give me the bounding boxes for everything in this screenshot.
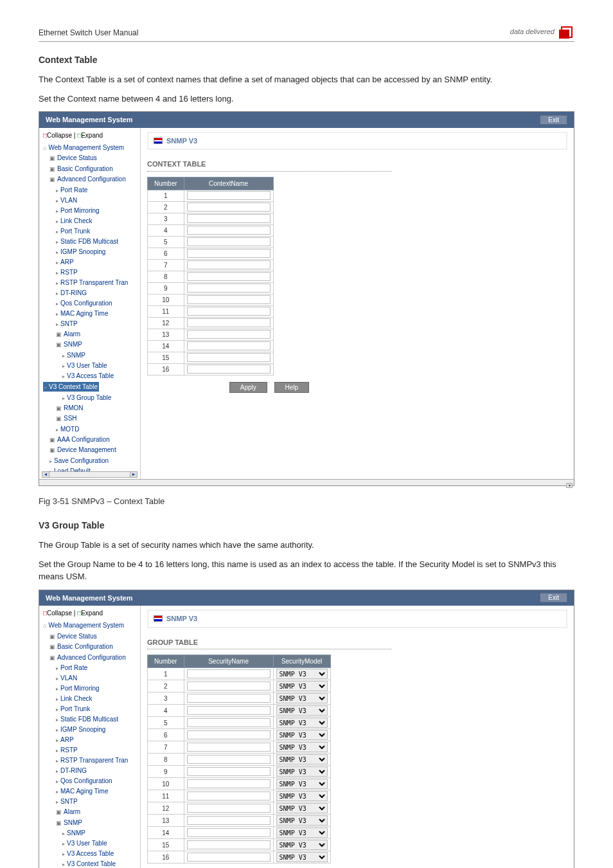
security-model-select[interactable]: SNMP V3 xyxy=(276,766,328,777)
nav-item-device-management[interactable]: Device Management xyxy=(43,445,136,455)
security-model-select[interactable]: SNMP V3 xyxy=(276,669,328,679)
nav-item-v3-user-table[interactable]: V3 User Table xyxy=(43,838,136,848)
nav-item-arp[interactable]: ARP xyxy=(43,257,136,267)
scroll-right-icon[interactable]: ► xyxy=(130,471,138,478)
security-name-input[interactable] xyxy=(187,767,271,776)
security-model-select[interactable]: SNMP V3 xyxy=(276,693,328,703)
nav-item-motd[interactable]: MOTD xyxy=(43,424,136,434)
security-name-input[interactable] xyxy=(187,853,271,862)
nav-item-alarm[interactable]: Alarm xyxy=(43,329,136,339)
security-name-input[interactable] xyxy=(187,779,271,788)
nav-item-snmp[interactable]: SNMP xyxy=(43,339,136,350)
nav-item-arp[interactable]: ARP xyxy=(43,735,136,745)
context-name-input[interactable] xyxy=(187,272,271,281)
nav-item-advanced-configuration[interactable]: Advanced Configuration xyxy=(43,653,136,663)
security-model-select[interactable]: SNMP V3 xyxy=(276,791,328,801)
security-model-select[interactable]: SNMP V3 xyxy=(276,852,328,862)
nav-item-port-mirroring[interactable]: Port Mirroring xyxy=(43,206,136,215)
nav-item-rmon[interactable]: RMON xyxy=(43,403,136,413)
context-name-input[interactable] xyxy=(187,341,271,350)
nav-item-ssh[interactable]: SSH xyxy=(43,413,136,424)
nav-item-igmp-snooping[interactable]: IGMP Snooping xyxy=(43,247,136,257)
nav-item-port-trunk[interactable]: Port Trunk xyxy=(43,704,136,714)
context-name-input[interactable] xyxy=(187,191,271,200)
context-name-input[interactable] xyxy=(187,226,271,235)
security-name-input[interactable] xyxy=(187,816,271,825)
nav-item-save-configuration[interactable]: Save Configuration xyxy=(43,456,136,466)
nav-item-v3-access-table[interactable]: V3 Access Table xyxy=(43,371,136,381)
nav-item-device-status[interactable]: Device Status xyxy=(43,153,136,163)
security-name-input[interactable] xyxy=(187,791,271,800)
context-name-input[interactable] xyxy=(187,318,271,327)
context-name-input[interactable] xyxy=(187,365,271,374)
security-name-input[interactable] xyxy=(187,828,271,837)
context-name-input[interactable] xyxy=(187,214,271,223)
context-name-input[interactable] xyxy=(187,284,271,293)
context-name-input[interactable] xyxy=(187,260,271,269)
ss1-collapse-expand[interactable]: □Collapse | □Expand xyxy=(43,131,136,140)
security-name-input[interactable] xyxy=(187,755,271,764)
nav-item-v3-context-table[interactable]: V3 Context Table xyxy=(43,859,136,868)
nav-item-port-rate[interactable]: Port Rate xyxy=(43,663,136,673)
nav-item-vlan[interactable]: VLAN xyxy=(43,673,136,683)
security-model-select[interactable]: SNMP V3 xyxy=(276,681,328,691)
nav-item-static-fdb-multicast[interactable]: Static FDB Multicast xyxy=(43,237,136,246)
security-model-select[interactable]: SNMP V3 xyxy=(276,815,328,826)
context-name-input[interactable] xyxy=(187,330,271,339)
nav-item-vlan[interactable]: VLAN xyxy=(43,195,136,205)
security-name-input[interactable] xyxy=(187,706,271,715)
nav-item-qos-configuration[interactable]: Qos Configuration xyxy=(43,776,136,786)
nav-item-rstp-transparent-tran[interactable]: RSTP Transparent Tran xyxy=(43,755,136,765)
security-model-select[interactable]: SNMP V3 xyxy=(276,718,328,728)
security-model-select[interactable]: SNMP V3 xyxy=(276,705,328,716)
nav-item-port-mirroring[interactable]: Port Mirroring xyxy=(43,683,136,693)
nav-item-port-trunk[interactable]: Port Trunk xyxy=(43,226,136,236)
nav-item-sntp[interactable]: SNTP xyxy=(43,319,136,329)
nav-item-snmp[interactable]: SNMP xyxy=(43,818,136,828)
context-name-input[interactable] xyxy=(187,353,271,362)
ss2-nav-root[interactable]: Web Management System xyxy=(43,620,136,631)
security-model-select[interactable]: SNMP V3 xyxy=(276,779,328,789)
security-name-input[interactable] xyxy=(187,804,271,813)
scroll-left-icon[interactable]: ◄ xyxy=(42,471,49,478)
security-name-input[interactable] xyxy=(187,730,271,739)
context-name-input[interactable] xyxy=(187,237,271,246)
nav-item-advanced-configuration[interactable]: Advanced Configuration xyxy=(43,174,136,185)
nav-item-device-status[interactable]: Device Status xyxy=(43,631,136,642)
nav-item-aaa-configuration[interactable]: AAA Configuration xyxy=(43,435,136,445)
context-name-input[interactable] xyxy=(187,203,271,212)
security-model-select[interactable]: SNMP V3 xyxy=(276,742,328,752)
nav-item-static-fdb-multicast[interactable]: Static FDB Multicast xyxy=(43,714,136,724)
nav-item-link-check[interactable]: Link Check xyxy=(43,694,136,703)
scroll-down-icon[interactable]: ▾ xyxy=(566,483,573,488)
nav-item-basic-configuration[interactable]: Basic Configuration xyxy=(43,164,136,174)
nav-item-v3-user-table[interactable]: V3 User Table xyxy=(43,361,136,370)
nav-item-dt-ring[interactable]: DT-RING xyxy=(43,766,136,775)
nav-item-basic-configuration[interactable]: Basic Configuration xyxy=(43,642,136,652)
nav-item-dt-ring[interactable]: DT-RING xyxy=(43,288,136,298)
security-name-input[interactable] xyxy=(187,743,271,752)
ss1-apply-button[interactable]: Apply xyxy=(229,382,267,393)
security-model-select[interactable]: SNMP V3 xyxy=(276,827,328,838)
context-name-input[interactable] xyxy=(187,295,271,304)
nav-item-v3-context-table[interactable]: V3 Context Table xyxy=(43,382,99,392)
ss1-nav-tree[interactable]: □Collapse | □Expand Web Management Syste… xyxy=(39,128,141,479)
nav-item-mac-aging-time[interactable]: MAC Aging Time xyxy=(43,309,136,318)
ss1-nav-root[interactable]: Web Management System xyxy=(43,143,136,153)
security-model-select[interactable]: SNMP V3 xyxy=(276,730,328,740)
nav-item-alarm[interactable]: Alarm xyxy=(43,807,136,817)
nav-item-rstp[interactable]: RSTP xyxy=(43,267,136,277)
nav-item-snmp[interactable]: SNMP xyxy=(43,828,136,838)
security-model-select[interactable]: SNMP V3 xyxy=(276,754,328,764)
nav-item-mac-aging-time[interactable]: MAC Aging Time xyxy=(43,786,136,796)
ss1-exit-button[interactable]: Exit xyxy=(540,115,567,125)
security-model-select[interactable]: SNMP V3 xyxy=(276,840,328,850)
context-name-input[interactable] xyxy=(187,307,271,316)
ss1-nav-hscroll[interactable]: ◄ ► xyxy=(42,471,138,478)
security-name-input[interactable] xyxy=(187,669,271,678)
context-name-input[interactable] xyxy=(187,249,271,258)
nav-item-port-rate[interactable]: Port Rate xyxy=(43,185,136,195)
nav-item-v3-access-table[interactable]: V3 Access Table xyxy=(43,849,136,858)
security-name-input[interactable] xyxy=(187,718,271,727)
nav-item-link-check[interactable]: Link Check xyxy=(43,216,136,226)
